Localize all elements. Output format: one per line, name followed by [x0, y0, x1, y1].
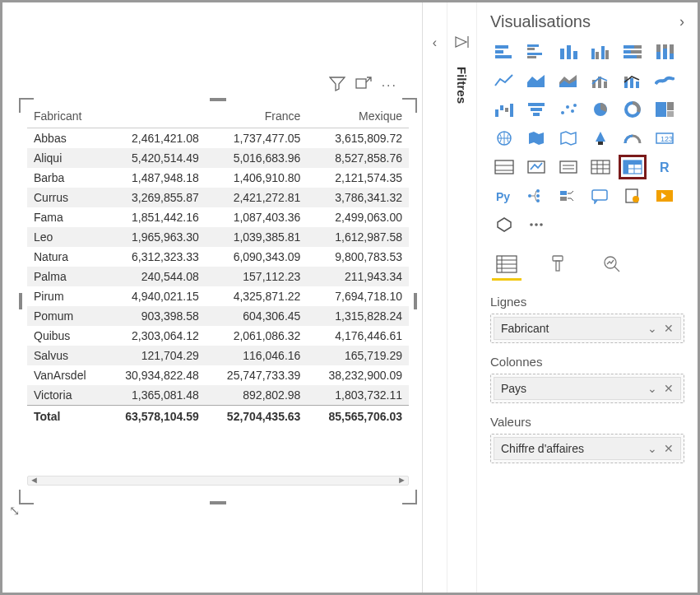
table-row[interactable]: Quibus2,303,064.122,061,086.324,176,446.… [27, 326, 409, 346]
stacked-column-100-icon[interactable] [651, 40, 679, 64]
remove-field-icon[interactable]: ✕ [664, 382, 674, 395]
data-cell: 5,016,683.96 [206, 148, 308, 168]
field-chip[interactable]: Chiffre d'affaires ⌄ ✕ [494, 437, 681, 460]
more-icon[interactable] [522, 212, 550, 237]
resize-handle[interactable] [402, 98, 417, 113]
stacked-bar-icon[interactable] [490, 40, 518, 64]
line-column-stacked-icon[interactable] [619, 68, 647, 93]
svg-rect-15 [605, 50, 609, 59]
paginated-icon[interactable] [619, 184, 647, 208]
fields-tab[interactable] [490, 250, 523, 278]
horizontal-scrollbar[interactable]: ◄ ► [27, 476, 409, 486]
table-row[interactable]: Currus3,269,855.872,421,272.813,786,341.… [27, 188, 409, 207]
table-row[interactable]: Fama1,851,442.161,087,403.362,499,063.00 [27, 207, 409, 227]
table-row[interactable]: Salvus121,704.29116,046.16165,719.29 [27, 346, 409, 365]
table-row[interactable]: Barba1,487,948.181,406,910.802,121,574.3… [27, 168, 409, 188]
pie-icon[interactable] [586, 97, 614, 122]
treemap-icon[interactable] [651, 97, 679, 122]
filters-toggle-icon[interactable] [454, 35, 471, 52]
table-row[interactable]: Palma240,544.08157,112.23211,943.34 [27, 267, 409, 286]
chevron-left-icon[interactable]: ‹ [433, 35, 437, 50]
clustered-bar-icon[interactable] [522, 40, 550, 64]
stacked-column-icon[interactable] [554, 40, 582, 64]
data-cell: 604,306.45 [206, 306, 308, 326]
area-icon[interactable] [522, 68, 550, 93]
store-icon[interactable] [490, 212, 518, 237]
report-canvas[interactable]: ··· Fabricant France Mexique [2, 2, 422, 593]
table-row[interactable]: Pomum903,398.58604,306.451,315,828.24 [27, 306, 409, 326]
filter-icon[interactable] [329, 77, 345, 95]
line-column-icon[interactable] [586, 68, 614, 93]
chevron-right-icon[interactable]: › [679, 13, 684, 30]
stacked-bar-100-icon[interactable] [619, 40, 647, 64]
key-influencers-icon[interactable] [554, 184, 582, 208]
table-row[interactable]: Leo1,965,963.301,039,385.811,612,987.58 [27, 227, 409, 247]
ribbon-icon[interactable] [651, 68, 679, 93]
svg-rect-35 [495, 109, 498, 117]
multi-card-icon[interactable] [490, 155, 518, 179]
line-icon[interactable] [490, 68, 518, 93]
resize-diagonal-icon[interactable]: ⤡ [9, 503, 20, 518]
decomposition-icon[interactable] [522, 184, 550, 208]
col-header[interactable]: Mexique [307, 105, 409, 128]
remove-field-icon[interactable]: ✕ [664, 442, 674, 455]
matrix-visual[interactable]: Fabricant France Mexique Abbas2,461,421.… [21, 100, 415, 503]
rows-label: Lignes [490, 295, 684, 309]
table-row[interactable]: Pirum4,940,021.154,325,871.227,694,718.1… [27, 286, 409, 306]
shape-map-icon[interactable] [554, 126, 582, 151]
resize-handle[interactable] [402, 490, 417, 504]
col-header[interactable]: France [206, 105, 308, 128]
filled-map-icon[interactable] [522, 126, 550, 151]
more-options-icon[interactable]: ··· [382, 78, 397, 93]
stacked-area-icon[interactable] [554, 68, 582, 93]
svg-text:123: 123 [661, 135, 673, 143]
r-visual-icon[interactable]: R [651, 155, 679, 179]
gauge-icon[interactable] [619, 126, 647, 151]
clustered-column-icon[interactable] [586, 40, 614, 64]
azure-map-icon[interactable] [586, 126, 614, 151]
donut-icon[interactable] [619, 97, 647, 122]
resize-handle[interactable] [210, 98, 226, 101]
chevron-down-icon[interactable]: ⌄ [647, 382, 657, 395]
matrix-icon[interactable] [619, 155, 647, 179]
table-row[interactable]: VanArsdel30,934,822.4825,747,733.3938,23… [27, 365, 409, 385]
resize-handle[interactable] [19, 293, 22, 309]
filters-pane[interactable]: Filtres [447, 2, 477, 593]
field-chip[interactable]: Pays ⌄ ✕ [494, 377, 681, 400]
map-icon[interactable] [490, 126, 518, 151]
slicer-icon[interactable] [554, 155, 582, 179]
waterfall-icon[interactable] [490, 97, 518, 122]
data-cell: 240,544.08 [104, 267, 206, 286]
table-row[interactable]: Victoria1,365,081.48892,802.981,803,732.… [27, 385, 409, 406]
table-row[interactable]: Natura6,312,323.336,090,343.099,800,783.… [27, 247, 409, 267]
funnel-icon[interactable] [522, 97, 550, 122]
power-automate-icon[interactable] [651, 184, 679, 208]
resize-handle[interactable] [19, 490, 34, 504]
data-cell: 1,406,910.80 [206, 168, 308, 188]
chevron-down-icon[interactable]: ⌄ [647, 442, 657, 455]
row-header[interactable]: Fabricant [27, 105, 104, 128]
python-visual-icon[interactable]: Py [490, 184, 518, 208]
card-icon[interactable]: 123 [651, 126, 679, 151]
matrix-table[interactable]: Fabricant France Mexique Abbas2,461,421.… [27, 105, 409, 426]
table-icon[interactable] [586, 155, 614, 179]
focus-mode-icon[interactable] [355, 77, 372, 95]
format-tab[interactable] [543, 250, 576, 278]
qna-icon[interactable] [586, 184, 614, 208]
values-well[interactable]: Chiffre d'affaires ⌄ ✕ [490, 434, 684, 463]
resize-handle[interactable] [414, 293, 417, 309]
data-cell: 892,802.98 [206, 385, 308, 406]
resize-handle[interactable] [19, 98, 34, 113]
kpi-icon[interactable] [522, 155, 550, 179]
field-chip[interactable]: Fabricant ⌄ ✕ [494, 317, 681, 340]
rows-well[interactable]: Fabricant ⌄ ✕ [490, 314, 684, 343]
row-label: Salvus [27, 346, 104, 365]
resize-handle[interactable] [210, 501, 226, 504]
chevron-down-icon[interactable]: ⌄ [647, 322, 657, 335]
table-row[interactable]: Abbas2,461,421.081,737,477.053,615,809.7… [27, 128, 409, 149]
analytics-tab[interactable] [596, 250, 628, 278]
columns-well[interactable]: Pays ⌄ ✕ [490, 374, 684, 403]
table-row[interactable]: Aliqui5,420,514.495,016,683.968,527,858.… [27, 148, 409, 168]
scatter-icon[interactable] [554, 97, 582, 122]
remove-field-icon[interactable]: ✕ [664, 322, 674, 335]
